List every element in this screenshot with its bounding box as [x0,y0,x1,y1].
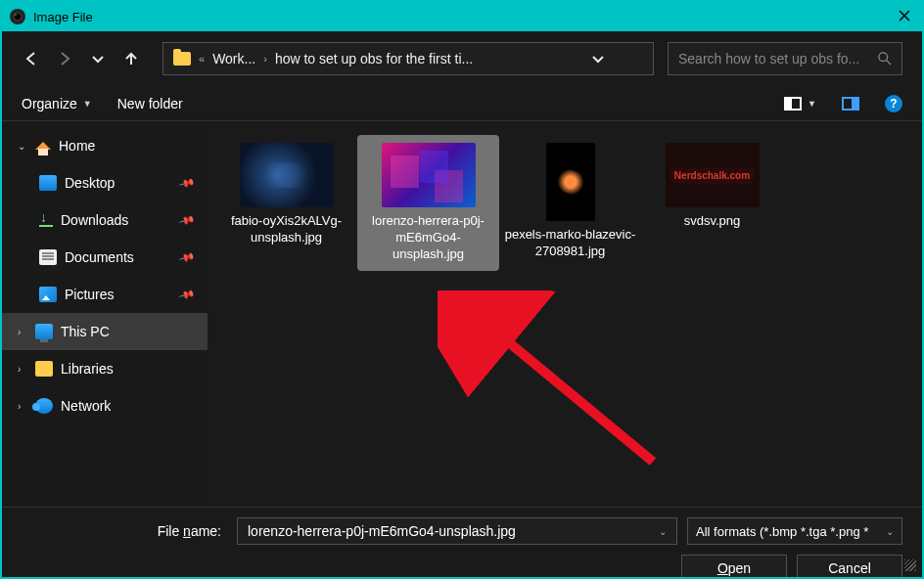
chevron-right-icon: › [18,401,27,412]
file-name: pexels-marko-blazevic-2708981.jpg [504,227,636,260]
file-item[interactable]: pexels-marko-blazevic-2708981.jpg [499,135,641,271]
breadcrumb-seg[interactable]: Work... [212,51,255,67]
svg-point-2 [15,14,17,16]
search-icon [878,52,892,66]
filename-label: File name: [22,523,227,539]
open-button[interactable]: Open [681,555,787,579]
sidebar-item-pictures[interactable]: Pictures 📌 [2,276,208,313]
file-thumbnail [240,143,334,207]
filename-value: lorenzo-herrera-p0j-mE6mGo4-unsplash.jpg [248,523,516,539]
bottom-bar: File name: lorenzo-herrera-p0j-mE6mGo4-u… [2,507,922,579]
file-item[interactable]: Nerdschalk.com svdsv.png [641,135,783,271]
sidebar-item-this-pc[interactable]: › This PC [2,313,208,350]
filename-input[interactable]: lorenzo-herrera-p0j-mE6mGo4-unsplash.jpg… [237,517,677,545]
pictures-icon [39,287,57,302]
breadcrumb-dropdown[interactable] [588,49,608,68]
preview-pane-toggle[interactable] [842,97,859,111]
breadcrumb-seg[interactable]: how to set up obs for the first ti... [275,51,473,67]
sidebar-item-downloads[interactable]: Downloads 📌 [2,201,208,239]
sidebar-item-home[interactable]: ⌄ Home [2,127,208,164]
file-name: lorenzo-herrera-p0j-mE6mGo4-unsplash.jpg [362,213,494,263]
cancel-button[interactable]: Cancel [797,555,902,579]
downloads-icon [39,213,53,227]
pin-icon: 📌 [178,174,197,192]
resize-grip[interactable] [904,559,916,571]
chevron-right-icon: › [263,53,267,65]
chevron-down-icon: ⌄ [18,141,27,152]
file-thumbnail [546,143,595,221]
file-item[interactable]: fabio-oyXis2kALVg-unsplash.jpg [215,135,357,271]
pc-icon [35,324,53,339]
toolbar: Organize ▼ New folder ▼ ? [2,86,922,121]
search-input[interactable]: Search how to set up obs fo... [668,42,902,75]
titlebar: Image File [2,2,922,31]
documents-icon [39,249,57,265]
organize-menu[interactable]: Organize ▼ [22,96,92,111]
refresh-button[interactable] [616,49,643,68]
chevron-down-icon: ⌄ [886,526,894,537]
file-grid[interactable]: fabio-oyXis2kALVg-unsplash.jpg lorenzo-h… [208,121,922,507]
folder-icon [173,52,191,66]
filetype-value: All formats (*.bmp *.tga *.png * [696,524,868,539]
app-logo-icon [10,9,25,24]
sidebar-item-desktop[interactable]: Desktop 📌 [2,164,208,201]
up-button[interactable] [121,49,141,68]
filetype-select[interactable]: All formats (*.bmp *.tga *.png * ⌄ [687,517,902,545]
chevron-down-icon: ▼ [808,99,816,109]
file-item[interactable]: lorenzo-herrera-p0j-mE6mGo4-unsplash.jpg [357,135,499,271]
pin-icon: 📌 [178,211,197,229]
sidebar-item-libraries[interactable]: › Libraries [2,350,208,387]
chevron-down-icon: ▼ [83,99,92,109]
home-icon [35,142,51,150]
chevron-down-icon[interactable]: ⌄ [659,526,667,537]
search-placeholder: Search how to set up obs fo... [678,51,878,67]
new-folder-button[interactable]: New folder [117,96,183,111]
file-thumbnail: Nerdschalk.com [666,143,760,207]
recent-dropdown[interactable] [88,49,108,68]
file-name: svdsv.png [684,213,741,230]
chevron-right-icon: › [18,327,27,337]
pin-icon: 📌 [178,286,197,303]
view-menu[interactable]: ▼ [784,97,816,111]
back-button[interactable] [22,49,41,68]
file-thumbnail [382,143,476,207]
desktop-icon [39,175,57,191]
forward-button[interactable] [55,49,74,68]
window-title: Image File [33,10,895,24]
close-button[interactable] [895,8,914,25]
breadcrumb[interactable]: « Work... › how to set up obs for the fi… [162,42,654,75]
breadcrumb-overflow-icon[interactable]: « [199,53,205,65]
main: ⌄ Home Desktop 📌 Downloads 📌 Documents 📌… [2,121,922,507]
network-icon [35,398,53,414]
view-icon [784,97,802,111]
help-button[interactable]: ? [885,95,902,112]
sidebar-item-documents[interactable]: Documents 📌 [2,239,208,276]
libraries-icon [35,361,53,377]
sidebar-item-network[interactable]: › Network [2,387,208,424]
sidebar: ⌄ Home Desktop 📌 Downloads 📌 Documents 📌… [2,121,208,507]
svg-point-3 [879,53,888,62]
pin-icon: 📌 [178,248,197,266]
preview-pane-icon [842,97,859,111]
chevron-right-icon: › [18,364,27,375]
file-name: fabio-oyXis2kALVg-unsplash.jpg [220,213,352,246]
navbar: « Work... › how to set up obs for the fi… [2,31,922,86]
